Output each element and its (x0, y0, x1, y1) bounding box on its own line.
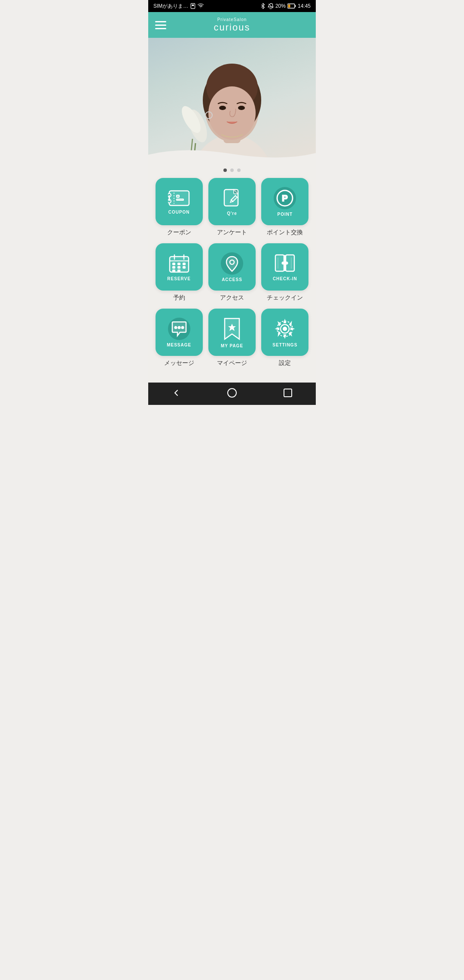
point-icon-box: P POINT (261, 178, 308, 225)
dot-1 (223, 168, 227, 172)
svg-point-11 (219, 106, 226, 110)
svg-text:P: P (282, 193, 288, 203)
hamburger-menu[interactable] (155, 21, 166, 29)
menu-mypage[interactable]: MY PAGE マイページ (208, 309, 256, 367)
svg-rect-39 (173, 270, 175, 272)
svg-rect-35 (183, 263, 185, 265)
bluetooth-icon (260, 3, 266, 9)
svg-rect-18 (169, 191, 189, 205)
point-circle: P (274, 187, 296, 209)
svg-rect-36 (173, 266, 175, 268)
header-subtitle: PrivateSalon (214, 17, 250, 22)
message-circle (168, 318, 190, 340)
main-content: COUPON クーポン Q're アンケート (148, 162, 316, 383)
checkin-icon (274, 253, 296, 274)
svg-point-46 (286, 262, 288, 264)
battery-text: 20% (275, 3, 286, 9)
hero-image (172, 40, 292, 162)
svg-rect-24 (177, 199, 183, 200)
questionnaire-jp-label: アンケート (217, 229, 247, 236)
svg-point-45 (282, 262, 284, 264)
header-main-title: curious (214, 22, 250, 33)
menu-grid: COUPON クーポン Q're アンケート (148, 178, 316, 374)
checkin-jp-label: チェックイン (267, 294, 303, 302)
svg-rect-37 (178, 266, 180, 268)
bell-off-icon (268, 3, 274, 9)
settings-jp-label: 設定 (279, 359, 291, 367)
checkin-icon-box: CHECK-IN (261, 243, 308, 291)
message-icon-box: MESSAGE (156, 309, 203, 356)
header-title: PrivateSalon curious (214, 17, 250, 33)
settings-icon-box: SETTINGS (261, 309, 308, 356)
svg-point-12 (238, 106, 245, 110)
status-right: 20% 14:45 (260, 3, 311, 9)
settings-icon (274, 318, 296, 340)
mypage-jp-label: マイページ (217, 359, 247, 367)
battery-icon (287, 3, 296, 9)
carousel-dots (148, 162, 316, 178)
reserve-label: RESERVE (167, 276, 191, 281)
questionnaire-icon-box: Q're (208, 178, 256, 225)
message-label: MESSAGE (167, 343, 191, 347)
status-left: SIMがありま… (153, 3, 204, 10)
coupon-icon-box: COUPON (156, 178, 203, 225)
questionnaire-label: Q're (227, 211, 237, 216)
point-jp-label: ポイント交換 (267, 229, 303, 236)
back-button[interactable] (162, 384, 190, 404)
svg-rect-3 (295, 5, 296, 7)
hero-wave (148, 146, 316, 162)
svg-point-52 (283, 327, 287, 331)
menu-message[interactable]: MESSAGE メッセージ (155, 309, 203, 367)
mypage-label: MY PAGE (221, 343, 243, 348)
bottom-navigation (148, 383, 316, 405)
svg-rect-34 (178, 263, 180, 265)
svg-rect-4 (288, 5, 290, 8)
checkin-label: CHECK-IN (273, 276, 297, 281)
access-circle (221, 252, 243, 275)
status-bar: SIMがありま… 20% 14:45 (148, 0, 316, 12)
svg-point-10 (208, 86, 256, 140)
app-header: PrivateSalon curious (148, 12, 316, 38)
mypage-icon-box: MY PAGE (208, 309, 256, 356)
questionnaire-icon (222, 188, 242, 208)
reserve-icon-box: RESERVE (156, 243, 203, 291)
coupon-icon (168, 189, 190, 207)
menu-settings[interactable]: SETTINGS 設定 (261, 309, 309, 367)
dot-3 (237, 168, 241, 172)
mypage-icon (221, 317, 243, 341)
menu-access[interactable]: ACCESS アクセス (208, 243, 256, 302)
svg-rect-38 (183, 266, 185, 268)
sim-icon (190, 3, 196, 9)
menu-point[interactable]: P POINT ポイント交換 (261, 178, 309, 236)
svg-rect-55 (284, 389, 292, 397)
svg-rect-33 (173, 263, 175, 265)
message-jp-label: メッセージ (164, 359, 194, 367)
recent-button[interactable] (274, 384, 302, 404)
access-jp-label: アクセス (220, 294, 244, 302)
carrier-text: SIMがありま… (153, 3, 188, 10)
menu-coupon[interactable]: COUPON クーポン (155, 178, 203, 236)
menu-checkin[interactable]: CHECK-IN チェックイン (261, 243, 309, 302)
point-label: POINT (278, 212, 293, 217)
access-label: ACCESS (222, 277, 242, 282)
home-button[interactable] (218, 384, 246, 404)
svg-point-49 (174, 326, 177, 328)
svg-rect-26 (234, 190, 238, 194)
reserve-jp-label: 予約 (173, 294, 185, 302)
menu-questionnaire[interactable]: Q're アンケート (208, 178, 256, 236)
coupon-jp-label: クーポン (167, 229, 191, 236)
menu-reserve[interactable]: RESERVE 予約 (155, 243, 203, 302)
svg-rect-1 (192, 5, 194, 6)
access-icon (223, 254, 241, 273)
reserve-icon (168, 253, 190, 274)
svg-point-50 (178, 326, 180, 328)
svg-point-51 (181, 326, 183, 328)
dot-2 (230, 168, 234, 172)
svg-rect-23 (177, 195, 179, 197)
coupon-label: COUPON (168, 210, 190, 214)
message-icon (170, 319, 189, 338)
settings-label: SETTINGS (272, 343, 297, 347)
hero-banner (148, 38, 316, 162)
access-icon-box: ACCESS (208, 243, 256, 291)
svg-rect-40 (178, 270, 180, 272)
